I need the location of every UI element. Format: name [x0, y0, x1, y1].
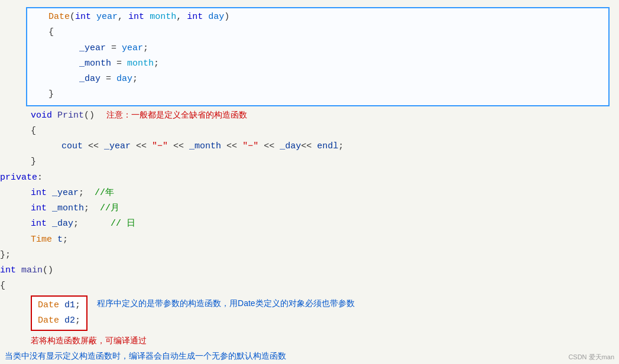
print-open-brace: { — [0, 124, 619, 139]
day-decl: int _day; // 日 — [0, 216, 619, 232]
annotation-param-note: 程序中定义的是带参数的构造函数，用Date类定义的对象必须也带参数 — [97, 297, 355, 310]
month-assign: _month = month; — [32, 56, 604, 72]
code-editor: Date(int year, int month, int day) { _ye… — [0, 0, 619, 364]
print-close-brace: } — [0, 154, 619, 170]
year-assign: _year = year; — [32, 41, 604, 56]
keyword-void: void — [31, 108, 52, 124]
annotation-constructor-note: 注意：一般都是定义全缺省的构造函数 — [106, 108, 247, 122]
main-open-brace: { — [0, 278, 619, 294]
date-d1-line: Date d1; — [38, 298, 80, 313]
main-signature: int main() — [0, 263, 619, 278]
annotation-mask-note: 若将构造函数屏蔽，可编译通过 — [0, 332, 619, 348]
cout-line: cout << _year << "−" << _month << "−" <<… — [0, 139, 619, 154]
time-decl: Time t; — [0, 232, 619, 248]
annotation-auto-note: 当类中没有显示定义构造函数时，编译器会自动生成一个无参的默认构造函数 — [0, 348, 619, 363]
watermark: CSDN 爱天man — [568, 353, 614, 362]
date-d2-line: Date d2; — [38, 313, 80, 329]
func-print: Print — [57, 108, 84, 124]
month-decl: int _month; //月 — [0, 201, 619, 216]
close-brace-constructor: } — [32, 87, 604, 102]
year-decl: int _year; //年 — [0, 186, 619, 201]
private-label: private: — [0, 170, 619, 186]
day-assign: _day = day; — [32, 72, 604, 87]
open-brace-constructor: { — [32, 25, 604, 40]
class-close: }; — [0, 248, 619, 263]
constructor-signature: Date(int year, int month, int day) — [32, 9, 604, 25]
